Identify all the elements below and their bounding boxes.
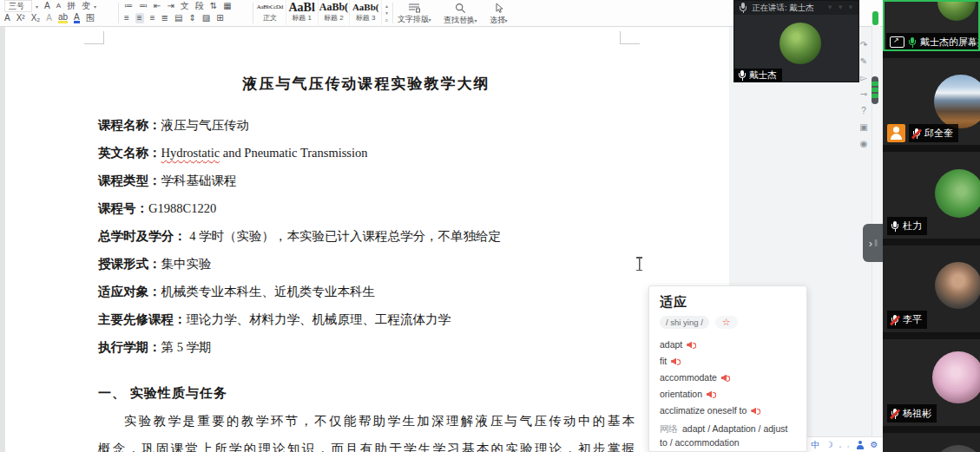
margin-crop-mark-right (620, 31, 640, 44)
ribbon-divider (392, 3, 393, 23)
video-window-titlebar[interactable]: 正在讲话: 戴士杰 ▼ ▼ ▼ (734, 1, 858, 15)
ime-language-mode-icon[interactable]: 中 (812, 438, 820, 452)
pinyin-chip: / shi ying / (660, 316, 709, 329)
field-target-students: 适应对象：机械类专业本科生、近机类专业本科生 (98, 278, 635, 305)
dictionary-popup: 适应 / shi ying / ☆ adapt fit accommodate … (648, 285, 807, 452)
pen-icon[interactable]: ✎ (860, 56, 867, 66)
ruler-icon[interactable]: ▦ (223, 1, 231, 11)
chevron-down-icon[interactable]: ▾ (94, 3, 96, 10)
decrease-indent-icon[interactable]: ⇤ (154, 1, 161, 11)
spellcheck-underline: Hydrostatic (161, 146, 220, 160)
scrollbar-thumb[interactable] (871, 76, 878, 104)
participant-tile[interactable]: 杨祖彬 (883, 339, 980, 426)
justify-icon[interactable]: ≣ (161, 13, 168, 23)
page-title: 液压与气压传动课程实验教学大纲 (98, 73, 635, 95)
align-center-icon[interactable]: ≡ (135, 13, 144, 23)
styles-scroll-up-icon[interactable]: ▲ (385, 3, 389, 9)
bullet-list-icon[interactable]: ≔ (124, 1, 133, 11)
stamp-icon[interactable]: ◉ (860, 139, 868, 148)
participant-tile[interactable]: 杜力 (883, 152, 980, 239)
expand-panel-button[interactable]: › ‖ (863, 224, 883, 262)
ime-account-icon[interactable] (857, 441, 865, 449)
participants-sidebar: ↗ 戴士杰的屏幕共享 邱全奎 杜力 李平 (883, 0, 980, 452)
participant-tile-partial[interactable] (883, 433, 980, 452)
select-button[interactable]: 选择 ▾ (490, 0, 508, 26)
highlight-color-icon[interactable]: ab (58, 13, 68, 23)
text-layout-icon (408, 3, 420, 13)
participant-tile[interactable]: 邱全奎 (883, 58, 980, 145)
help-icon[interactable]: ? (861, 106, 866, 115)
line-spacing-icon[interactable]: ⇕ (188, 13, 195, 23)
speaker-icon[interactable] (671, 358, 679, 365)
field-hours-credits: 总学时及学分： 4 学时（实验），本实验已计入课程总学分，不单独给定 (98, 222, 635, 250)
speaker-video-window[interactable]: 正在讲话: 戴士杰 ▼ ▼ ▼ 戴士杰 (733, 0, 859, 82)
share-annotation-icon[interactable]: ↷ (860, 40, 867, 49)
participant-name-badge: ↗ 戴士杰的屏幕共享 (886, 33, 980, 51)
font-color-icon[interactable]: A (74, 13, 80, 23)
text-effects-icon[interactable]: 变 (82, 1, 90, 11)
field-course-type: 课程类型：学科基础课程 (98, 167, 635, 194)
window-control-icon[interactable]: ▼ (837, 3, 844, 12)
dictionary-entry: adapt (660, 337, 796, 353)
microphone-muted-icon (912, 128, 921, 139)
field-course-number: 课程号：G1988C1220 (98, 194, 635, 222)
borders-icon[interactable]: ⊞ (216, 13, 223, 23)
screenshot-icon[interactable]: ▣ (859, 122, 867, 132)
style-chip-heading1[interactable]: AaBl 标题 1 (286, 0, 319, 25)
text-cursor-ibeam (635, 257, 643, 271)
avatar (935, 262, 980, 309)
style-chip-heading3[interactable]: AaBb( 标题 3 (350, 0, 382, 25)
ime-settings-gear-icon[interactable]: ⚙ (870, 438, 878, 452)
ribbon-tools: 文字排版 ▾ 查找替换 ▾ 选择 ▾ (398, 0, 545, 26)
speaker-icon[interactable] (751, 408, 759, 415)
distribute-icon[interactable]: ▤ (174, 13, 182, 23)
chevron-right-icon: › (869, 238, 872, 249)
ime-fullwidth-icon[interactable]: ☽ (825, 438, 833, 452)
style-chip-body-text[interactable]: AaBbCcDd 正文 (254, 0, 286, 25)
superscript-icon[interactable]: X² (16, 13, 25, 23)
participant-name-badge: 李平 (887, 311, 927, 329)
text-layout-button[interactable]: 文字排版 ▾ (398, 0, 431, 25)
numbered-list-icon[interactable]: ≕ (139, 1, 148, 11)
slider-icon[interactable]: ⊸ (860, 89, 867, 99)
align-left-icon[interactable]: ≡ (124, 13, 129, 23)
style-chip-heading2[interactable]: AaBb( 标题 2 (319, 0, 351, 25)
speaker-icon[interactable] (687, 342, 694, 349)
phonetic-guide-icon[interactable]: 拼 (67, 1, 76, 11)
screen-share-icon: ↗ (890, 36, 904, 48)
sort-icon[interactable]: ⇅ (210, 1, 217, 11)
ime-punctuation-icon[interactable]: 。， (839, 438, 851, 452)
window-control-icon[interactable]: ▼ (847, 3, 854, 12)
field-english-name: 英文名称：Hydrostatic and Pneumatic Transmiss… (98, 139, 635, 167)
dictionary-entry: accommodate (660, 370, 796, 386)
pointer-icon[interactable]: ▻ (860, 73, 867, 82)
dictionary-entry: fit (660, 353, 796, 370)
dictionary-word: 适应 (660, 294, 796, 311)
text-effect-icon[interactable]: A (4, 13, 10, 23)
speaker-icon[interactable] (721, 375, 729, 382)
find-replace-button[interactable]: 查找替换 ▾ (444, 0, 477, 26)
shading-icon[interactable]: ▨ (202, 13, 210, 23)
cursor-arrow-icon (494, 3, 503, 14)
grow-font-icon[interactable]: A (44, 1, 50, 11)
strikethrough-icon[interactable]: A (46, 13, 52, 23)
shrink-font-icon[interactable]: A (56, 1, 61, 11)
chevron-down-icon[interactable]: ▾ (36, 3, 38, 10)
participant-tile[interactable]: 李平 (883, 246, 980, 332)
window-control-icon[interactable]: ▼ (826, 3, 833, 12)
increase-indent-icon[interactable]: ⇥ (167, 1, 174, 11)
align-right-icon[interactable]: ≡ (150, 13, 155, 23)
search-icon (455, 3, 466, 14)
participant-tile-sharing[interactable]: ↗ 戴士杰的屏幕共享 (883, 0, 980, 51)
speaker-icon[interactable] (707, 391, 714, 398)
field-prerequisites: 主要先修课程：理论力学、材料力学、机械原理、工程流体力学 (98, 305, 635, 333)
document-page[interactable]: 液压与气压传动课程实验教学大纲 课程名称：液压与气压传动 英文名称：Hydros… (5, 26, 729, 452)
paragraph-mark-icon[interactable]: 段 (195, 1, 204, 11)
subscript-icon[interactable]: X₂ (31, 13, 41, 23)
character-border-icon[interactable]: 围 (86, 13, 95, 23)
favorite-star-icon[interactable]: ☆ (715, 316, 738, 329)
font-size-select[interactable]: 三号 (4, 0, 32, 12)
styles-more-icon[interactable]: ≡ (385, 17, 388, 23)
asian-layout-icon[interactable]: 文 (181, 1, 189, 11)
styles-scroll-down-icon[interactable]: ▼ (385, 10, 389, 16)
